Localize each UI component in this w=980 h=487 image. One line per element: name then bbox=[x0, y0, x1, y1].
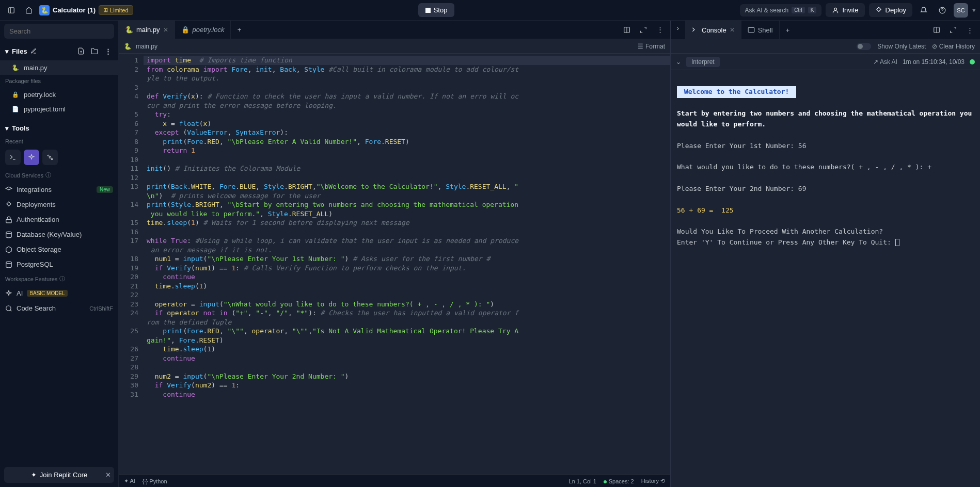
status-lang[interactable]: {·} Python bbox=[143, 478, 167, 484]
svg-rect-0 bbox=[9, 7, 14, 13]
sidebar-item-authentication[interactable]: Authentication bbox=[0, 212, 118, 227]
console-pane: › Console✕ Shell + ⋮ Show Only Latest ⊘ … bbox=[670, 21, 980, 487]
cloud-services-header: Cloud Services ⓘ bbox=[0, 168, 118, 182]
statusbar: ✦ AI {·} Python Ln 1, Col 1 Spaces: 2 Hi… bbox=[119, 475, 670, 487]
more-icon[interactable]: ⋮ bbox=[653, 23, 667, 37]
split-icon[interactable] bbox=[929, 23, 944, 37]
chevron-icon[interactable]: › bbox=[671, 21, 685, 35]
help-icon[interactable] bbox=[935, 3, 950, 18]
join-replit-core-button[interactable]: ✦ Join Replit Core✕ bbox=[4, 467, 114, 483]
svg-point-12 bbox=[6, 262, 12, 264]
console-output[interactable]: Welcome to the Calculator! Start by ente… bbox=[671, 70, 980, 487]
add-tab-button[interactable]: + bbox=[780, 21, 796, 39]
sidebar-item-object-storage[interactable]: Object Storage bbox=[0, 242, 118, 257]
app-icon: 🐍 bbox=[39, 5, 50, 15]
stop-button[interactable]: Stop bbox=[418, 3, 455, 17]
sidebar-item-code-search[interactable]: Code SearchCtrlShiftF bbox=[0, 301, 118, 316]
ai-tool-icon[interactable] bbox=[24, 150, 39, 165]
svg-point-8 bbox=[48, 155, 49, 156]
sidebar-toggle-icon[interactable] bbox=[4, 3, 19, 18]
svg-line-14 bbox=[10, 310, 12, 311]
expand-icon[interactable] bbox=[636, 23, 651, 37]
svg-point-11 bbox=[6, 232, 12, 234]
editor-pane: 🐍main.py✕ 🔒poetry.lock + ⋮ 🐍main.py ☰ Fo… bbox=[119, 21, 670, 487]
expand-icon[interactable] bbox=[946, 23, 960, 37]
show-latest-toggle[interactable] bbox=[857, 43, 871, 50]
home-icon[interactable] bbox=[22, 3, 36, 18]
sidebar-item-database[interactable]: Database (Key/Value) bbox=[0, 227, 118, 242]
packager-header: Packager files bbox=[0, 75, 118, 87]
clear-history-button[interactable]: ⊘ Clear History bbox=[932, 43, 975, 50]
breadcrumb: main.py bbox=[136, 43, 157, 50]
avatar[interactable]: SC bbox=[954, 3, 968, 18]
new-file-icon[interactable] bbox=[76, 46, 86, 56]
tab-poetry-lock[interactable]: 🔒poetry.lock bbox=[175, 21, 231, 39]
ask-ai-link[interactable]: ↗ Ask AI bbox=[873, 58, 897, 66]
deploy-button[interactable]: Deploy bbox=[869, 3, 912, 17]
topbar: 🐍 Calculator (1) ⊞ Limited Stop Ask AI &… bbox=[0, 0, 980, 21]
recent-label: Recent bbox=[0, 136, 118, 147]
app-title: Calculator (1) bbox=[53, 6, 96, 14]
svg-point-13 bbox=[6, 305, 11, 310]
console-tool-icon[interactable] bbox=[5, 150, 21, 165]
status-position[interactable]: Ln 1, Col 1 bbox=[569, 478, 596, 484]
tab-console[interactable]: Console✕ bbox=[685, 21, 741, 39]
timestamp: 1m on 15:10:34, 10/03 bbox=[903, 58, 965, 66]
file-item[interactable]: 🔒poetry.lock bbox=[0, 87, 118, 102]
status-ai[interactable]: ✦ AI bbox=[124, 478, 135, 484]
invite-button[interactable]: Invite bbox=[826, 3, 864, 17]
more-icon[interactable]: ⋮ bbox=[103, 46, 113, 56]
file-item[interactable]: 🐍main.py bbox=[0, 60, 118, 75]
ask-ai-search[interactable]: Ask AI & search CtrlK bbox=[740, 4, 822, 17]
status-spaces[interactable]: Spaces: 2 bbox=[609, 478, 634, 484]
svg-point-9 bbox=[51, 158, 52, 159]
close-icon[interactable]: ✕ bbox=[730, 26, 735, 34]
show-latest-label: Show Only Latest bbox=[877, 43, 926, 50]
sidebar-item-deployments[interactable]: Deployments bbox=[0, 197, 118, 212]
tab-main-py[interactable]: 🐍main.py✕ bbox=[119, 21, 175, 39]
sidebar-item-integrations[interactable]: IntegrationsNew bbox=[0, 182, 118, 197]
status-indicator-icon bbox=[970, 59, 975, 64]
status-history[interactable]: History ⟲ bbox=[641, 478, 665, 484]
sidebar-item-postgresql[interactable]: PostgreSQL bbox=[0, 257, 118, 272]
svg-point-7 bbox=[49, 156, 51, 158]
close-icon[interactable]: ✕ bbox=[163, 26, 168, 34]
git-tool-icon[interactable] bbox=[42, 150, 58, 165]
add-tab-button[interactable]: + bbox=[231, 21, 247, 39]
chevron-down-icon[interactable]: ▾ bbox=[972, 6, 976, 14]
split-icon[interactable] bbox=[620, 23, 634, 37]
close-icon[interactable]: ✕ bbox=[105, 471, 111, 479]
limited-badge[interactable]: ⊞ Limited bbox=[99, 5, 133, 15]
tools-header[interactable]: ▾Tools bbox=[0, 120, 118, 136]
search-input[interactable] bbox=[4, 24, 114, 39]
sidebar: ▾Files ⋮ 🐍main.py Packager files 🔒poetry… bbox=[0, 21, 119, 487]
svg-rect-17 bbox=[748, 27, 754, 32]
bell-icon[interactable] bbox=[916, 3, 931, 18]
code-editor[interactable]: 1234567891011121314151617181920212223242… bbox=[119, 54, 670, 475]
workspace-features-header: Workspace Features ⓘ bbox=[0, 272, 118, 286]
sidebar-item-ai[interactable]: AIBASIC MODEL bbox=[0, 286, 118, 301]
svg-point-2 bbox=[834, 8, 837, 10]
file-item[interactable]: 📄pyproject.toml bbox=[0, 102, 118, 116]
interpret-button[interactable]: Interpret bbox=[686, 57, 720, 67]
svg-rect-10 bbox=[6, 219, 12, 222]
chevron-down-icon[interactable]: ⌄ bbox=[676, 58, 681, 66]
files-header[interactable]: ▾Files ⋮ bbox=[0, 42, 118, 60]
more-icon[interactable]: ⋮ bbox=[962, 23, 977, 37]
editor-tabs: 🐍main.py✕ 🔒poetry.lock + ⋮ bbox=[119, 21, 670, 39]
tab-shell[interactable]: Shell bbox=[741, 21, 780, 39]
format-button[interactable]: ☰ Format bbox=[638, 43, 665, 50]
new-folder-icon[interactable] bbox=[89, 46, 100, 56]
